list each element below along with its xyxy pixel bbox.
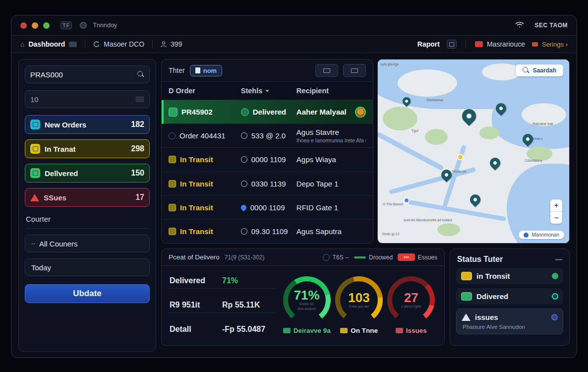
gauge-ring: 71% Eradiv sio Bira sooscet: [283, 276, 331, 324]
divider: [85, 40, 85, 49]
map-pin[interactable]: [468, 192, 483, 207]
nav-dashboard[interactable]: ⌂ Dashboord: [20, 40, 77, 48]
panel-menu-icon[interactable]: —: [555, 255, 562, 263]
date-select-value: Today: [31, 263, 51, 272]
map-search-button[interactable]: Saardah: [516, 64, 563, 76]
window-title: Tnnndoy: [93, 22, 117, 29]
wifi-icon: [515, 22, 524, 29]
stat-row-revenue: R9 951it Rp 55.11K: [169, 298, 277, 313]
map-pin[interactable]: [488, 156, 503, 171]
date-select[interactable]: Today: [25, 258, 150, 276]
recipient-subtext: Ihoea e Ianomrunna Irete Afa Go: [296, 137, 366, 143]
courier-select[interactable]: -- All Couners: [25, 235, 150, 252]
stat-card-in-transit[interactable]: In Tranat 298: [25, 139, 150, 158]
status-item-delivered[interactable]: Ddivered: [456, 288, 563, 305]
avatar[interactable]: [355, 107, 366, 118]
update-button[interactable]: Ubdate: [25, 284, 150, 303]
proof-tag[interactable]: T6S --: [323, 254, 349, 261]
nav-settings[interactable]: Serings ›: [532, 41, 568, 48]
column-status[interactable]: Stehls: [241, 87, 296, 95]
card-label: New Orders: [45, 121, 86, 129]
minimize-window-button[interactable]: [32, 22, 38, 29]
titlebar: TF Tnnndoy SEC TAOM: [11, 15, 577, 35]
map-label: Ratcabar bak: [532, 122, 553, 125]
transit-icon: [169, 156, 176, 163]
proof-value: 71(9 (S31-302): [225, 254, 265, 261]
stat-card-new-orders[interactable]: New Orders 182: [25, 115, 150, 134]
gauge-ring: 27 u piscro hgiaz: [387, 276, 435, 324]
stat-card-delivered[interactable]: Dellvered 150: [25, 164, 150, 183]
status-item-in-transit[interactable]: in Tronsit: [456, 268, 563, 284]
maximize-window-button[interactable]: [43, 22, 50, 29]
table-row[interactable]: In Transit 09.30 1109 Agus Saputra: [162, 220, 373, 243]
sidebar: New Orders 182 In Tranat 298 Dellvered 1…: [18, 59, 156, 352]
proof-bar: Pceat of Delivero 71(9 (S31-302) T6S -- …: [162, 249, 444, 266]
nav-users-count[interactable]: 399: [161, 40, 182, 48]
report-window-button[interactable]: [447, 40, 457, 49]
map-label: Tgol: [412, 129, 418, 132]
view-list-button[interactable]: [343, 64, 366, 77]
table-header: D Order Stehls Recipient: [162, 81, 373, 100]
column-recipient[interactable]: Recipient: [296, 87, 366, 95]
view-grid-button[interactable]: [315, 64, 338, 77]
table-row[interactable]: In Transit 0000 1109 Agps Wiaya: [162, 148, 373, 172]
stat-card-issues[interactable]: SSues 17: [25, 188, 150, 207]
nav-master-dco[interactable]: Masoer DCO: [93, 40, 144, 48]
map-panel[interactable]: oyfo-jba-fga Stonbamar Tgol Oebtmat c. G…: [377, 59, 570, 244]
dashboard-badge-icon: [69, 42, 77, 47]
proof-label: Pceat of Delivero: [169, 253, 220, 261]
attribution-icon: [524, 233, 529, 238]
courier-select-value: All Couners: [39, 240, 78, 248]
badge-issues: •••: [398, 253, 415, 261]
map-pin[interactable]: [459, 106, 479, 126]
map-land: [398, 69, 457, 97]
zoom-out-button[interactable]: −: [550, 212, 562, 224]
status-dot-blue: [551, 314, 558, 320]
badge-dropped: [354, 256, 366, 258]
sort-caret-icon: [265, 90, 269, 92]
filter-button[interactable]: nom: [190, 65, 222, 76]
select-prefix: --: [31, 240, 35, 247]
card-label: Dellvered: [45, 169, 78, 178]
list-icon: [351, 68, 358, 73]
on-time-icon: [340, 328, 348, 333]
map-park: [437, 223, 460, 236]
status-dot-teal: [552, 293, 558, 300]
close-window-button[interactable]: [20, 22, 27, 29]
map-marker-yellow[interactable]: [457, 154, 464, 160]
map-zoom-control[interactable]: + −: [550, 199, 562, 224]
table-row[interactable]: In Transit 0330 1139 Depo Tape 1: [162, 172, 373, 196]
badge-dropped-label: Droowed: [369, 254, 393, 261]
table-row[interactable]: Order 404431 533 @ 2.0 Agus StavtreIhoea…: [162, 124, 373, 148]
search-input[interactable]: [30, 70, 137, 79]
map-label: Stonbamar: [426, 98, 443, 102]
map-label: oyfo-jba-fga: [380, 62, 399, 66]
column-order[interactable]: D Order: [169, 87, 241, 95]
nav-warehouse[interactable]: Masrariouce: [475, 40, 525, 48]
nav-report[interactable]: Raport: [417, 40, 440, 48]
search-icon: [523, 67, 529, 74]
filter-bar: Thter nom: [162, 60, 373, 81]
table-row-selected[interactable]: PR45902 Delivered Aaher Malyaal: [162, 100, 373, 124]
search-box[interactable]: [25, 65, 150, 83]
status-panel: Status Tuter — in Tronsit Ddivered: [450, 248, 570, 346]
box-icon: [30, 120, 40, 129]
map-marker-blue[interactable]: [404, 197, 410, 203]
zoom-in-button[interactable]: +: [550, 199, 562, 212]
gauge-issues: 27 u piscro hgiaz Issues: [387, 276, 435, 334]
limit-box[interactable]: [25, 90, 150, 108]
map-label: som-tto Mandocrunta ad ludacs: [404, 218, 452, 222]
table-row[interactable]: In Transit 0000 1109 RFID Gate 1: [162, 196, 373, 220]
stat-row-detail: Detall -Fp 55.0487: [169, 322, 277, 337]
limit-input[interactable]: [30, 95, 135, 104]
stats-list: Delivered 71% R9 951it Rp 55.11K Detall …: [169, 269, 277, 341]
status-item-issues[interactable]: issues Phaisure Alve Sannudon: [456, 309, 563, 334]
gauge-ring: 103 Cuive you awr: [335, 276, 383, 324]
home-icon: ⌂: [20, 41, 24, 48]
truck-icon: [30, 144, 40, 154]
main-content: New Orders 182 In Tranat 298 Dellvered 1…: [11, 53, 577, 358]
card-label: In Tranat: [45, 145, 76, 153]
document-icon: [195, 67, 200, 73]
warning-icon: [30, 194, 39, 201]
courier-section-label[interactable]: Courter: [26, 215, 149, 229]
